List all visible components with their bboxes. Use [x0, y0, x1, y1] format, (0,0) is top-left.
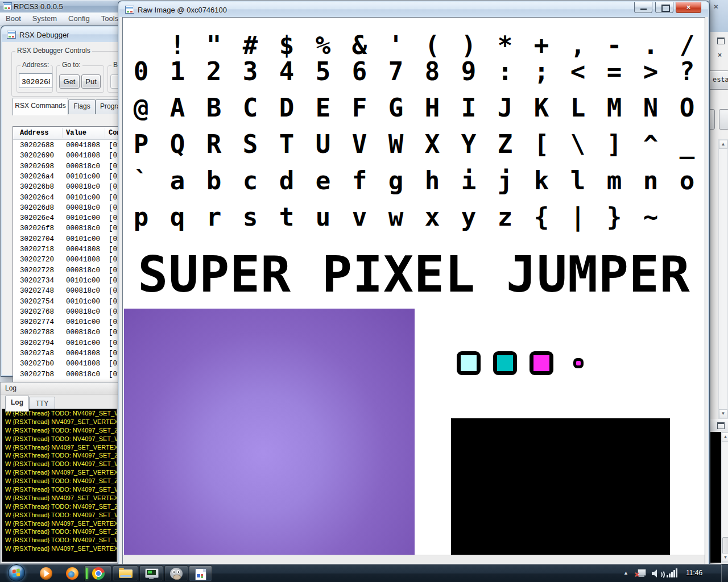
- table-cell: 000818c0: [66, 225, 100, 232]
- table-row[interactable]: 3020272000041808[0x: [13, 256, 125, 266]
- tab-rsx-commands[interactable]: RSX Commands: [13, 98, 68, 115]
- table-cell: 00101c00: [66, 339, 100, 347]
- table-row[interactable]: 3020273400101c00[0x: [13, 277, 125, 287]
- table-cell: 302027b8: [20, 371, 54, 379]
- table-row[interactable]: 3020269000041808[0x: [13, 152, 125, 162]
- sliver-black-view: [710, 432, 721, 563]
- atlas-glyph: c: [232, 163, 268, 199]
- menu-item-system[interactable]: System: [27, 13, 63, 24]
- menu-item-config[interactable]: Config: [63, 13, 96, 24]
- table-cell: 000818c0: [66, 371, 100, 379]
- table-row[interactable]: 3020275400101c00[0x: [13, 298, 125, 308]
- raw-image-title: Raw Image @ 0xc0746100: [138, 6, 227, 14]
- signal-strength-icon[interactable]: [667, 568, 678, 577]
- clock[interactable]: 11:46: [686, 569, 702, 577]
- atlas-row: !"#$%&'()*+,-./: [123, 18, 705, 54]
- table-row[interactable]: 3020270400101c00[0x: [13, 235, 125, 246]
- network-status-icon[interactable]: ×: [636, 568, 647, 579]
- maximize-button[interactable]: [655, 2, 673, 13]
- atlas-glyph: q: [159, 199, 196, 236]
- atlas-glyph: J: [487, 90, 523, 127]
- media-player-icon[interactable]: [40, 567, 52, 580]
- scrollbar-thumb[interactable]: [722, 537, 728, 554]
- table-row[interactable]: 302026e400101c00[0x: [13, 214, 125, 225]
- table-row[interactable]: 302027b8000818c0[0x: [13, 371, 125, 381]
- log-tab-log[interactable]: Log: [5, 396, 29, 411]
- atlas-glyph: S: [232, 127, 268, 163]
- table-row[interactable]: 30202768000818c0[0x: [13, 308, 125, 318]
- log-entry: W {RSXThread} NV4097_SET_VERTEX_A: [5, 544, 117, 553]
- explorer-taskbar-button[interactable]: [113, 566, 138, 581]
- table-row[interactable]: 3020277400101c00[0x: [13, 318, 125, 329]
- scroll-down-icon[interactable]: ▼: [719, 409, 727, 418]
- log-output[interactable]: W {RSXThread} TODO: NV4097_SET_WIW {RSXT…: [2, 409, 117, 562]
- rpcs3-taskbar-button[interactable]: [189, 566, 212, 581]
- show-hidden-icons[interactable]: ▲: [623, 570, 628, 576]
- chrome-taskbar-button[interactable]: [84, 566, 111, 581]
- tab-flags[interactable]: Flags: [68, 99, 96, 114]
- table-row[interactable]: 30202728000818c0[0x: [13, 267, 125, 277]
- atlas-glyph: k: [523, 163, 560, 199]
- table-row[interactable]: 302027a800041808[0x: [13, 350, 125, 360]
- scrollbar-vertical[interactable]: ▲ ▼: [721, 432, 728, 563]
- close-icon[interactable]: ×: [714, 2, 718, 11]
- raw-image-canvas: !"#$%&'()*+,-./0123456789:;<=>?@ABCDEFGH…: [122, 17, 705, 565]
- atlas-glyph: 3: [232, 54, 268, 90]
- scroll-down-icon[interactable]: ▼: [722, 553, 728, 562]
- table-row[interactable]: 30202698000818c0[0x: [13, 163, 125, 173]
- table-row[interactable]: 302026d8000818c0[0x: [13, 204, 125, 214]
- close-icon[interactable]: ×: [718, 51, 722, 59]
- table-row[interactable]: 30202748000818c0[0x: [13, 287, 125, 297]
- log-entry: W {RSXThread} NV4097_SET_VERTEX_A: [5, 519, 117, 528]
- atlas-glyph: 2: [196, 54, 232, 90]
- scroll-up-icon[interactable]: ▲: [719, 140, 727, 149]
- table-row[interactable]: 3020279400101c00[0x: [13, 339, 125, 350]
- log-panel-window: Log LogTTY W {RSXThread} TODO: NV4097_SE…: [0, 382, 119, 564]
- table-row[interactable]: 302026b8000818c0[0x: [13, 183, 125, 193]
- table-cell: 00101c00: [66, 298, 100, 306]
- maximize-icon[interactable]: [717, 38, 725, 44]
- maximize-icon[interactable]: [717, 422, 725, 429]
- show-desktop-button[interactable]: [721, 564, 728, 582]
- table-row[interactable]: 302026f8000818c0[0x: [13, 225, 125, 235]
- table-row[interactable]: 302026c400101c00[0x: [13, 194, 125, 204]
- table-row[interactable]: 302026a400101c00[0x: [13, 173, 125, 183]
- atlas-glyph: p: [123, 199, 159, 236]
- table-row[interactable]: 3020268800041808[0x: [13, 142, 125, 152]
- table-cell: 30202788: [20, 329, 54, 336]
- log-entry: W {RSXThread} TODO: NV4097_SET_ZN: [5, 527, 117, 536]
- table-row[interactable]: 30202788000818c0[0x: [13, 329, 125, 339]
- scrollbar-vertical[interactable]: ▲ ▼: [718, 139, 728, 419]
- minimize-button[interactable]: [634, 2, 652, 13]
- button-fragment[interactable]: [719, 109, 728, 130]
- rsx-debugger-client: RSX Debugger Controls Address: Go to: Ge…: [3, 42, 122, 374]
- atlas-glyph: l: [560, 163, 596, 199]
- gimp-taskbar-button[interactable]: [164, 566, 188, 581]
- atlas-glyph: b: [196, 163, 232, 199]
- scroll-up-icon[interactable]: ▲: [722, 433, 728, 442]
- put-button[interactable]: Put: [81, 74, 101, 89]
- table-row[interactable]: 302027b000041808[0x: [13, 360, 125, 370]
- raw-image-titlebar[interactable]: Raw Image @ 0xc0746100 ×: [119, 2, 708, 17]
- menu-item-boot[interactable]: Boot: [0, 13, 27, 24]
- monitor-stand: [149, 577, 154, 579]
- atlas-glyph: @: [123, 90, 159, 127]
- atlas-glyph: u: [305, 199, 341, 236]
- volume-icon[interactable]: [652, 568, 664, 579]
- goto-groupbox: Go to: Get Put: [56, 65, 104, 93]
- start-button[interactable]: [8, 564, 25, 581]
- table-row[interactable]: 3020271800041808[0x: [13, 246, 125, 256]
- rsx-debugger-titlebar[interactable]: RSX Debugger: [2, 27, 123, 42]
- log-entry: W {RSXThread} TODO: NV4097_SET_WI: [5, 485, 117, 494]
- close-button[interactable]: ×: [676, 2, 701, 13]
- restart-button-partial[interactable]: esta: [709, 70, 728, 90]
- firefox-icon[interactable]: [66, 567, 78, 580]
- atlas-glyph: {: [523, 199, 560, 236]
- monitor-app-taskbar-button[interactable]: [139, 566, 163, 581]
- atlas-glyph: [123, 18, 159, 54]
- log-panel-title[interactable]: Log: [1, 383, 118, 394]
- get-button[interactable]: Get: [59, 74, 80, 89]
- atlas-glyph: j: [487, 163, 523, 199]
- address-input[interactable]: [19, 73, 52, 88]
- rsx-commands-table[interactable]: Address Value Com 3020268800041808[0x302…: [13, 126, 125, 388]
